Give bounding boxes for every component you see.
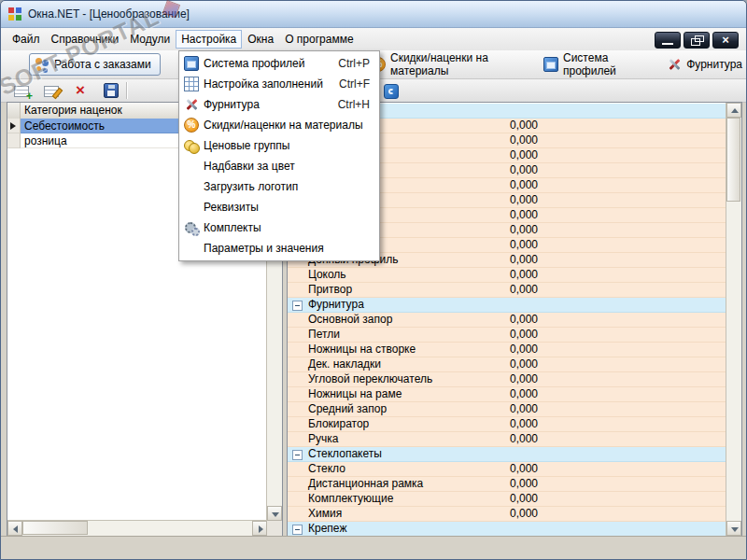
pricing-value: 0,000 xyxy=(456,313,538,327)
pricing-item-row[interactable]: Комплектующие0,000 xyxy=(288,492,726,507)
pricing-item-row[interactable]: Химия0,000 xyxy=(288,507,726,522)
pricing-value: 0,000 xyxy=(456,253,538,267)
pricing-item-row[interactable]: Средний запор0,000 xyxy=(288,402,726,417)
save-button[interactable] xyxy=(100,81,122,100)
collapse-icon[interactable] xyxy=(292,525,303,535)
scroll-down-button[interactable] xyxy=(726,521,741,536)
pricing-group-row[interactable]: Крепеж xyxy=(288,522,726,536)
menu-item-2[interactable]: Справочники xyxy=(46,30,125,49)
pricing-label: Химия xyxy=(308,507,342,521)
pricing-item-row[interactable]: Ручка0,000 xyxy=(288,432,726,447)
toolbar-button-2[interactable]: Система профилей xyxy=(540,49,650,79)
pricing-value: 0,000 xyxy=(456,462,538,476)
scroll-left-button[interactable] xyxy=(7,521,22,536)
add-record-button[interactable] xyxy=(10,82,33,99)
pricing-item-row[interactable]: Ножницы на створке0,000 xyxy=(288,343,726,357)
delete-record-button[interactable] xyxy=(70,81,92,100)
menu-option-6[interactable]: Надбавки за цвет xyxy=(179,156,379,176)
menu-option-4[interactable]: Скидки/наценки на материалы xyxy=(179,115,379,135)
categories-horizontal-scrollbar[interactable] xyxy=(7,520,267,536)
scroll-up-button[interactable] xyxy=(726,103,741,118)
pricing-value: 0,000 xyxy=(456,163,538,177)
edit-record-button[interactable] xyxy=(40,82,63,99)
toolbar-right-buttons: Скидки/наценки на материалыСистема профи… xyxy=(367,53,746,76)
pricing-group-row[interactable]: Фурнитура xyxy=(288,298,726,313)
restore-button[interactable] xyxy=(684,32,710,49)
menu-option-5[interactable]: Ценовые группы xyxy=(179,135,379,156)
vertical-scroll-thumb[interactable] xyxy=(726,118,740,202)
toolbar-button-3[interactable]: Фурнитура xyxy=(663,55,746,74)
pricing-item-row[interactable]: Петли0,000 xyxy=(288,328,726,343)
menu-option-3[interactable]: ФурнитураCtrl+H xyxy=(179,94,379,115)
menu-item-6[interactable]: О программе xyxy=(279,30,359,49)
pricing-group-row[interactable]: Стеклопакеты xyxy=(288,447,726,462)
menu-option-label: Скидки/наценки на материалы xyxy=(204,119,370,132)
app-window: Окна.NET - [Ценообразование] ФайлСправоч… xyxy=(0,0,747,560)
menu-item-1[interactable]: Файл xyxy=(7,30,46,49)
pricing-item-row[interactable]: Блокиратор0,000 xyxy=(288,417,726,432)
horizontal-scroll-thumb[interactable] xyxy=(22,521,88,535)
pricing-label: Комплектующие xyxy=(308,492,393,506)
toolbar-button-label: Скидки/наценки на материалы xyxy=(390,51,523,77)
settings-dropdown-menu: Система профилейCtrl+PНастройка заполнен… xyxy=(178,50,380,261)
menu-option-icon-slot xyxy=(179,220,204,235)
pricing-value: 0,000 xyxy=(456,268,538,282)
menu-bar: ФайлСправочникиМодулиНастройкаОкнаО прог… xyxy=(1,28,746,51)
menu-option-label: Загрузить логотип xyxy=(204,180,370,193)
pricing-item-row[interactable]: Стекло0,000 xyxy=(288,462,726,477)
minimize-button[interactable] xyxy=(655,32,681,49)
orders-button[interactable]: Работа с заказами xyxy=(29,53,161,76)
pricing-item-row[interactable]: Дистанционная рамка0,000 xyxy=(288,477,726,492)
toolbar-button-label: Фурнитура xyxy=(686,58,742,71)
pricing-label: Средний запор xyxy=(308,402,387,416)
menu-option-icon-slot xyxy=(179,118,204,133)
profiles-icon xyxy=(184,56,199,71)
save-icon xyxy=(104,83,119,98)
title-bar[interactable]: Окна.NET - [Ценообразование] xyxy=(1,1,746,28)
pricing-item-row[interactable]: Цоколь0,000 xyxy=(288,268,726,283)
pricing-value: 0,000 xyxy=(456,328,538,342)
close-button[interactable] xyxy=(712,32,739,49)
collapse-icon[interactable] xyxy=(292,450,303,460)
pricing-item-row[interactable]: Притвор0,000 xyxy=(288,283,726,298)
pricing-label: Петли xyxy=(308,328,340,342)
menu-option-label: Реквизиты xyxy=(204,201,370,214)
menu-item-5[interactable]: Окна xyxy=(242,30,279,49)
menu-option-1[interactable]: Система профилейCtrl+P xyxy=(179,53,379,74)
menu-option-label: Параметры и значения xyxy=(204,242,370,255)
furniture-icon xyxy=(184,97,199,112)
scroll-down-button[interactable] xyxy=(267,506,282,521)
minimize-icon xyxy=(655,33,680,48)
pricing-item-row[interactable]: Основной запор0,000 xyxy=(288,313,726,328)
pricing-vertical-scrollbar[interactable] xyxy=(726,103,741,536)
pricing-value: 0,000 xyxy=(456,372,538,386)
pricing-value: 0,000 xyxy=(456,343,538,357)
menu-option-9[interactable]: Комплекты xyxy=(179,217,379,238)
pricing-label: Притвор xyxy=(308,283,352,297)
pricing-value: 0,000 xyxy=(456,387,538,401)
furniture-icon xyxy=(667,57,682,72)
scroll-right-button[interactable] xyxy=(252,521,267,536)
pricing-item-row[interactable]: Угловой переключатель0,000 xyxy=(288,372,726,387)
pricing-item-row[interactable]: Ножницы на раме0,000 xyxy=(288,387,726,402)
menu-item-3[interactable]: Модули xyxy=(124,30,176,49)
pricing-label: Дек. накладки xyxy=(308,357,381,371)
menu-option-2[interactable]: Настройка заполненийCtrl+F xyxy=(179,74,379,94)
pricing-value: 0,000 xyxy=(456,492,538,506)
pricing-value: 0,000 xyxy=(456,193,538,207)
pricing-value: 0,000 xyxy=(456,432,538,446)
arrow-up-icon xyxy=(731,108,739,113)
menu-option-8[interactable]: Реквизиты xyxy=(179,197,379,217)
scrollbar-corner xyxy=(267,521,282,536)
pricing-item-row[interactable]: Дек. накладки0,000 xyxy=(288,357,726,372)
fill-settings-icon xyxy=(184,77,199,91)
categories-header-label: Категория наценок xyxy=(21,103,122,119)
blue-tool-button[interactable] xyxy=(380,82,402,101)
toolbar-button-1[interactable]: Скидки/наценки на материалы xyxy=(367,49,527,79)
menu-option-7[interactable]: Загрузить логотип xyxy=(179,176,379,197)
pricing-value: 0,000 xyxy=(456,283,538,297)
pricing-value: 0,000 xyxy=(456,148,538,162)
collapse-icon[interactable] xyxy=(292,301,303,311)
menu-option-10[interactable]: Параметры и значения xyxy=(179,238,379,259)
menu-item-4[interactable]: Настройка xyxy=(176,30,242,49)
